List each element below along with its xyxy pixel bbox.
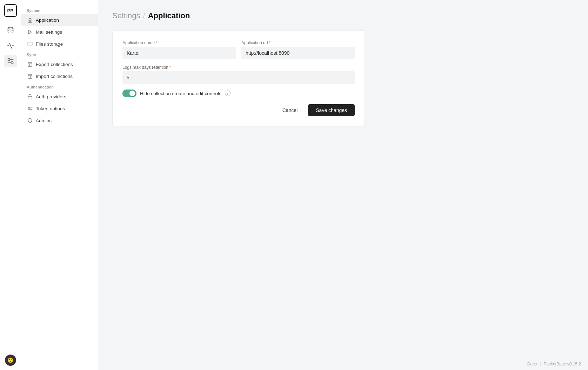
settings-form-card: Application name * Application url * Log… — [112, 30, 365, 126]
svg-rect-9 — [28, 62, 32, 66]
export-icon — [27, 61, 33, 67]
sidebar-item-admins-label: Admins — [36, 118, 52, 123]
sidebar-item-application[interactable]: Application — [21, 14, 98, 26]
main-content: Settings / Application Application name … — [98, 0, 588, 370]
sidebar-item-application-label: Application — [36, 18, 59, 23]
form-group-logs: Logs max days retention * — [122, 65, 355, 84]
app-url-required: * — [269, 40, 270, 45]
sidebar-item-files-storage-label: Files storage — [36, 41, 63, 47]
section-system: System — [21, 6, 98, 14]
footer: Docs | PocketBase v0.15.2 — [520, 358, 588, 370]
sidebar-item-auth-providers[interactable]: Auth providers — [21, 91, 98, 103]
section-auth: Authentication — [21, 82, 98, 91]
form-row-logs: Logs max days retention * — [122, 65, 355, 84]
toggle-label: Hide collection create and edit controls — [140, 91, 221, 96]
form-group-app-name: Application name * — [122, 40, 236, 59]
svg-rect-12 — [28, 74, 32, 78]
sidebar-item-mail-settings[interactable]: Mail settings — [21, 26, 98, 38]
svg-rect-6 — [28, 42, 32, 45]
shield-icon — [27, 117, 33, 124]
app-name-label: Application name * — [122, 40, 236, 45]
form-actions: Cancel Save changes — [122, 104, 355, 116]
nav-icon-chart[interactable] — [4, 39, 17, 52]
mail-icon — [27, 29, 33, 35]
user-avatar[interactable]: 🙂 — [5, 355, 16, 366]
import-icon — [27, 73, 33, 79]
home-icon — [27, 17, 33, 23]
logs-label: Logs max days retention * — [122, 65, 355, 70]
cancel-button[interactable]: Cancel — [275, 104, 305, 116]
toggle-thumb — [129, 91, 135, 96]
info-icon[interactable]: i — [225, 91, 230, 96]
svg-marker-5 — [28, 30, 32, 34]
app-name-input[interactable] — [122, 47, 236, 59]
sidebar-item-token-options-label: Token options — [36, 106, 65, 111]
save-button[interactable]: Save changes — [308, 104, 355, 116]
logs-required: * — [169, 65, 171, 70]
sidebar-item-auth-providers-label: Auth providers — [36, 94, 66, 99]
nav-icon-settings[interactable] — [4, 55, 17, 67]
breadcrumb: Settings / Application — [112, 11, 574, 20]
sidebar-item-import-label: Import collections — [36, 74, 73, 79]
sidebar-item-files-storage[interactable]: Files storage — [21, 38, 98, 50]
nav-icon-database[interactable] — [4, 24, 17, 37]
form-row-name-url: Application name * Application url * — [122, 40, 355, 59]
breadcrumb-current: Application — [148, 11, 190, 20]
svg-point-0 — [8, 27, 13, 29]
logs-input[interactable] — [122, 71, 355, 84]
nav-sidebar: System Application Mail settings Files s… — [21, 0, 98, 370]
app-name-required: * — [156, 40, 158, 45]
section-sync: Sync — [21, 50, 98, 58]
token-icon — [27, 105, 33, 112]
files-icon — [27, 41, 33, 47]
footer-separator: | — [540, 362, 541, 366]
sidebar-item-mail-settings-label: Mail settings — [36, 29, 62, 35]
sidebar-item-admins[interactable]: Admins — [21, 114, 98, 126]
version-label: PocketBase v0.15.2 — [543, 362, 581, 366]
app-url-label: Application url * — [241, 40, 355, 45]
toggle-switch[interactable] — [122, 90, 136, 97]
sidebar-item-export-label: Export collections — [36, 62, 73, 67]
logo[interactable]: PB — [4, 4, 17, 17]
breadcrumb-parent[interactable]: Settings — [112, 11, 140, 20]
lock-icon — [27, 93, 33, 100]
sidebar-item-export-collections[interactable]: Export collections — [21, 58, 98, 70]
svg-rect-3 — [11, 62, 13, 64]
svg-rect-1 — [8, 59, 10, 61]
docs-link[interactable]: Docs — [527, 362, 537, 366]
icon-sidebar: PB 🙂 — [0, 0, 21, 370]
breadcrumb-separator: / — [143, 11, 145, 20]
form-group-app-url: Application url * — [241, 40, 355, 59]
toggle-row: Hide collection create and edit controls… — [122, 90, 355, 97]
sidebar-item-import-collections[interactable]: Import collections — [21, 70, 98, 82]
svg-rect-15 — [28, 96, 32, 99]
app-url-input[interactable] — [241, 47, 355, 59]
sidebar-item-token-options[interactable]: Token options — [21, 103, 98, 114]
